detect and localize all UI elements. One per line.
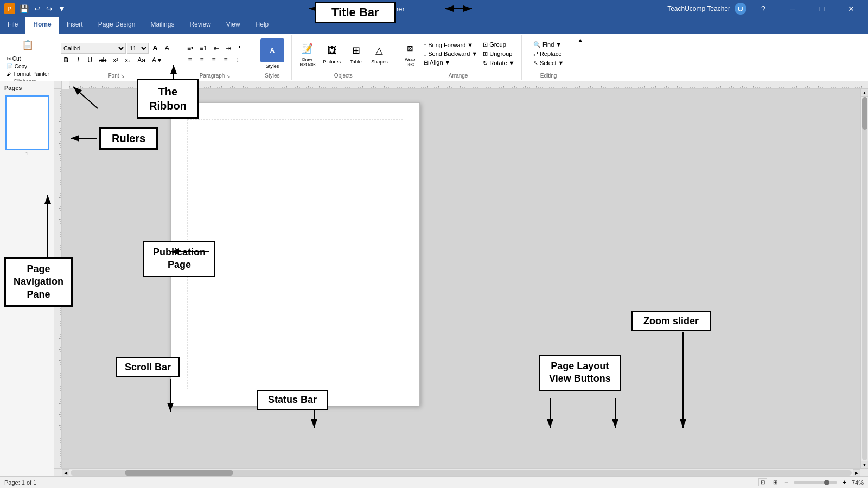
scroll-left-button[interactable]: ◀ (62, 469, 69, 476)
scroll-down-button[interactable]: ▼ (861, 461, 869, 468)
collapse-ribbon-button[interactable]: ▲ (578, 37, 583, 43)
zoom-slider-control[interactable] (794, 481, 837, 484)
close-button[interactable]: ✕ (839, 0, 864, 17)
font-group: Calibri 11 A A B I U ab x² x₂ Aa A▼ Font… (56, 35, 177, 80)
vertical-scrollbar[interactable]: ▲ ▼ (860, 89, 868, 468)
font-highlight-button[interactable]: A▼ (149, 55, 165, 65)
subscript-button[interactable]: x₂ (122, 55, 133, 65)
status-bar-right: ⊡ ⊞ − + 74% (758, 478, 864, 486)
paragraph-label: Paragraph ↘ (200, 73, 231, 79)
zoom-slider-thumb (824, 480, 829, 485)
quick-access-toolbar: 💾 ↩ ↪ ▼ (17, 3, 68, 14)
font-color-button[interactable]: A (162, 43, 173, 53)
bold-button[interactable]: B (61, 55, 72, 65)
customize-button[interactable]: ▼ (56, 3, 68, 14)
replace-button[interactable]: ⇄ Replace (531, 50, 566, 58)
pictures-button[interactable]: 🖼 Pictures (321, 41, 344, 66)
ungroup-button[interactable]: ⊞ Ungroup (481, 50, 516, 58)
find-button[interactable]: 🔍 Find ▼ (531, 41, 566, 49)
tab-mailings[interactable]: Mailings (143, 17, 182, 34)
tab-home[interactable]: Home (25, 17, 59, 34)
show-hide-button[interactable]: ¶ (235, 43, 246, 53)
strikethrough-button[interactable]: ab (97, 55, 109, 65)
v-scroll-thumb[interactable] (862, 97, 867, 130)
numbering-button[interactable]: ≡1 (197, 43, 210, 53)
font-family-select[interactable]: Calibri (61, 43, 126, 54)
maximize-button[interactable]: □ (809, 0, 834, 17)
send-backward-button[interactable]: ↓ Send Backward ▼ (422, 50, 480, 57)
increase-indent-button[interactable]: ⇥ (223, 43, 234, 53)
decrease-indent-button[interactable]: ⇤ (211, 43, 222, 53)
objects-label: Objects (334, 73, 353, 79)
font-size-select[interactable]: 11 (127, 43, 149, 54)
paste-button[interactable]: 📋 (17, 36, 38, 54)
tab-view[interactable]: View (219, 17, 248, 34)
zoom-in-button[interactable]: + (841, 479, 847, 486)
status-bar: Page: 1 of 1 ⊡ ⊞ − + 74% (0, 476, 868, 488)
view-single-page-button[interactable]: ⊡ (758, 478, 767, 486)
tab-page-design[interactable]: Page Design (91, 17, 143, 34)
zoom-out-button[interactable]: − (783, 479, 789, 486)
scroll-up-button[interactable]: ▲ (861, 89, 869, 97)
change-case-button[interactable]: Aa (135, 55, 148, 65)
line-spacing-button[interactable]: ↕ (232, 55, 243, 65)
copy-button[interactable]: 📄 Copy (4, 63, 52, 70)
tab-insert[interactable]: Insert (59, 17, 91, 34)
help-button[interactable]: ? (751, 0, 776, 17)
user-icon: U (735, 3, 746, 15)
justify-button[interactable]: ≡ (220, 55, 231, 65)
scroll-right-button[interactable]: ▶ (853, 469, 860, 476)
clipboard-group: 📋 ✂ Cut 📄 Copy 🖌 Format Painter Clipboar… (0, 35, 56, 80)
underline-button[interactable]: U (85, 55, 95, 65)
increase-font-button[interactable]: A (150, 43, 161, 53)
italic-button[interactable]: I (73, 55, 84, 65)
editing-label: Editing (540, 73, 557, 79)
styles-button[interactable]: A Styles (258, 37, 287, 70)
para-row-2: ≡ ≡ ≡ ≡ ↕ (184, 55, 246, 65)
bullets-button[interactable]: ≡• (184, 43, 196, 53)
user-name: TeachUcomp Teacher (667, 5, 730, 12)
para-row-1: ≡• ≡1 ⇤ ⇥ ¶ (184, 43, 246, 53)
tab-file[interactable]: File (0, 17, 25, 34)
wrap-text-button[interactable]: ⊠ WrapText (400, 39, 420, 68)
group-button[interactable]: ⊡ Group (481, 41, 516, 49)
save-button[interactable]: 💾 (17, 3, 31, 14)
title-bar-right: TeachUcomp Teacher U ? ─ □ ✕ (667, 0, 864, 17)
align-right-button[interactable]: ≡ (208, 55, 219, 65)
font-label: Font ↘ (108, 73, 125, 79)
draw-text-box-button[interactable]: 📝 DrawText Box (296, 39, 318, 68)
bring-forward-button[interactable]: ↑ Bring Forward ▼ (422, 41, 480, 49)
page-thumbnail[interactable] (5, 95, 49, 150)
h-scrollbar-area: ◀ ▶ (54, 468, 868, 476)
format-painter-button[interactable]: 🖌 Format Painter (4, 70, 52, 78)
scroll-bar-label: Scroll Bar (116, 357, 180, 377)
rotate-button[interactable]: ↻ Rotate ▼ (481, 59, 516, 67)
rulers-annotation: Rulers (99, 127, 158, 150)
redo-button[interactable]: ↪ (44, 3, 55, 14)
undo-button[interactable]: ↩ (32, 3, 43, 14)
select-button[interactable]: ↖ Select ▼ (531, 59, 566, 67)
align-button[interactable]: ⊞ Align ▼ (422, 59, 480, 67)
pictures-icon: 🖼 (324, 43, 340, 58)
align-left-button[interactable]: ≡ (184, 55, 195, 65)
minimize-button[interactable]: ─ (780, 0, 805, 17)
ribbon-tabs: File Home Insert Page Design Mailings Re… (0, 17, 868, 34)
page-number-label: 1 (2, 151, 52, 156)
h-scroll-thumb[interactable] (125, 470, 233, 476)
tab-help[interactable]: Help (248, 17, 277, 34)
cut-button[interactable]: ✂ Cut (4, 55, 52, 62)
font-row-1: Calibri 11 A A (61, 43, 173, 54)
table-button[interactable]: ⊞ Table (346, 41, 366, 66)
workspace[interactable]: PublicationPage (62, 89, 860, 468)
tab-review[interactable]: Review (182, 17, 218, 34)
shapes-icon: △ (372, 43, 387, 58)
arrange-label: Arrange (449, 73, 468, 79)
shapes-button[interactable]: △ Shapes (368, 41, 391, 66)
title-bar-left: P 💾 ↩ ↪ ▼ (4, 3, 68, 14)
align-center-button[interactable]: ≡ (196, 55, 207, 65)
superscript-button[interactable]: x² (110, 55, 121, 65)
workspace-container: /* ruler ticks rendered below */ (54, 81, 868, 476)
page-info: Page: 1 of 1 (4, 479, 36, 486)
view-two-page-button[interactable]: ⊞ (771, 479, 779, 486)
draw-text-box-icon: 📝 (299, 41, 315, 56)
